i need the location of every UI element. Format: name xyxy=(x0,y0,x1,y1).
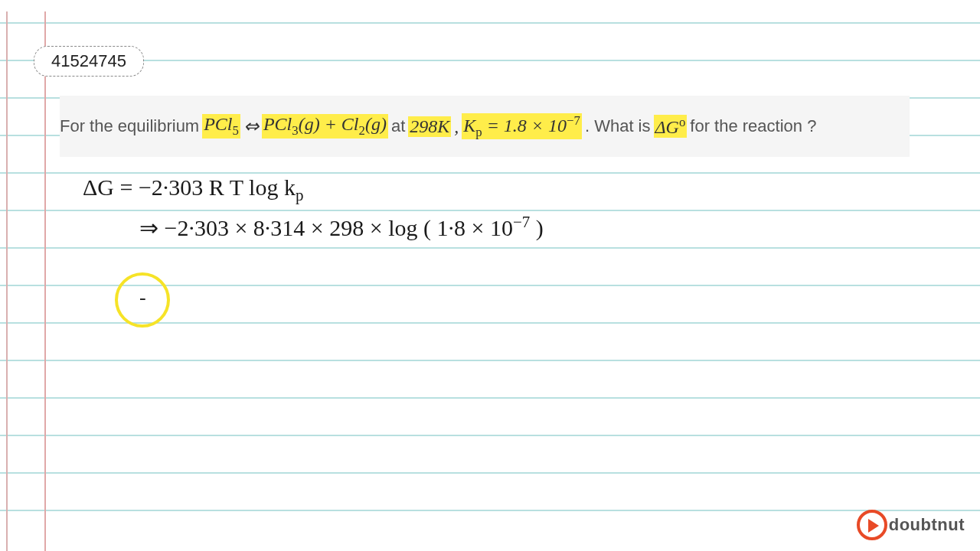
question-pre: For the equilibrium xyxy=(60,116,199,136)
hw-line2-arrow: ⇒ xyxy=(139,215,158,240)
hw-line2-exp: −7 xyxy=(513,213,530,231)
eq-sub-2: 3 xyxy=(292,123,298,138)
eq-sub-1: 5 xyxy=(233,123,239,138)
hw-line2-text: −2·303 × 8·314 × 298 × log ( 1·8 × 10 xyxy=(158,215,513,240)
dg-highlight: ΔGo xyxy=(654,115,688,138)
yellow-circle-annotation xyxy=(115,272,170,328)
question-id-number: 41524745 xyxy=(51,51,126,70)
question-post: for the reaction ? xyxy=(690,116,816,136)
hw-line2-close: ) xyxy=(530,215,544,240)
eq-sub-3: 2 xyxy=(359,123,365,138)
eq-compound-2: PCl xyxy=(263,114,292,134)
eq-state-2: (g) + Cl xyxy=(299,114,359,134)
kp-exp: −7 xyxy=(567,113,580,128)
eq-compound-1: PCl xyxy=(204,114,232,134)
question-mid2: , xyxy=(454,116,459,137)
question-mid3: . What is xyxy=(585,116,651,136)
hw-line1-sub: p xyxy=(296,186,304,204)
play-icon xyxy=(857,510,887,540)
margin-rule-left xyxy=(6,11,8,551)
equation-highlight-1: PCl5 xyxy=(202,114,240,139)
handwritten-line-1: ΔG = −2·303 R T log kp xyxy=(83,174,303,205)
question-id-badge: 41524745 xyxy=(34,46,144,77)
hw-line1-text: ΔG = −2·303 R T log k xyxy=(83,174,296,200)
kp-highlight: Kp = 1.8 × 10−7 xyxy=(462,113,582,140)
margin-rule-right xyxy=(44,11,46,551)
question-text-block: For the equilibrium PCl5 ⇔ PCl3(g) + Cl2… xyxy=(60,96,910,157)
eq-arrow: ⇔ xyxy=(243,116,259,137)
temp-highlight: 298K xyxy=(408,116,451,137)
question-mid1: at xyxy=(391,116,405,136)
kp-eq: = 1.8 × 10 xyxy=(482,116,567,135)
equation-highlight-2: PCl3(g) + Cl2(g) xyxy=(262,114,388,139)
eq-state-3: (g) xyxy=(365,114,387,134)
doubtnut-logo[interactable]: doubtnut xyxy=(857,510,965,540)
dg-sup: o xyxy=(679,115,685,129)
kp-label: K xyxy=(463,116,475,135)
kp-sub: p xyxy=(475,124,482,139)
handwritten-line-2: ⇒ −2·303 × 8·314 × 298 × log ( 1·8 × 10−… xyxy=(139,213,544,241)
logo-text: doubtnut xyxy=(889,515,965,535)
dg-symbol: ΔG xyxy=(655,117,679,137)
